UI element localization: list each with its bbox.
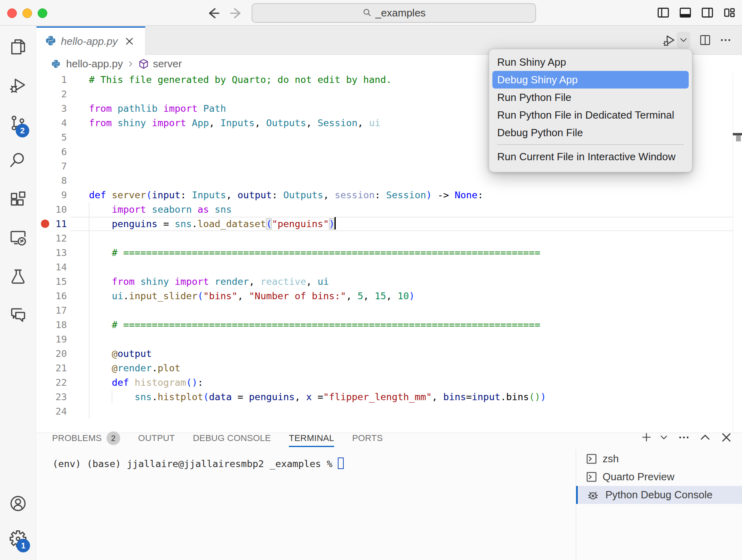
line-content: def histogram(): <box>89 375 203 390</box>
activity-bar-item-manage[interactable]: 1 <box>8 529 28 548</box>
debug-console-icon <box>585 488 601 502</box>
tab-label: hello-app.py <box>61 35 118 48</box>
remote-explorer-icon <box>8 242 28 248</box>
line-content: from shiny import App, Inputs, Outputs, … <box>89 116 380 130</box>
code-line-17[interactable]: 17 <box>36 303 742 318</box>
activity-bar-item-search[interactable] <box>8 151 28 170</box>
menu-item-run-python-file[interactable]: Run Python File <box>492 89 689 106</box>
toggle-panel-icon[interactable] <box>679 6 692 20</box>
symbol-module-icon <box>138 58 149 70</box>
activity-bar-item-testing[interactable] <box>8 266 28 286</box>
terminal-instance-label: Python Debug Console <box>605 489 712 501</box>
python-file-icon <box>51 59 60 68</box>
terminal-launch-chevron-icon[interactable] <box>659 433 668 443</box>
terminal-cursor <box>338 457 344 469</box>
debug-run-button[interactable] <box>661 32 677 48</box>
explorer-icon <box>8 50 28 57</box>
titlebar: _examples <box>0 0 742 26</box>
menu-item-debug-shiny-app[interactable]: Debug Shiny App <box>492 71 689 89</box>
activity-bar-item-account[interactable] <box>8 494 28 513</box>
command-center-search[interactable]: _examples <box>252 3 536 23</box>
testing-icon <box>8 280 28 287</box>
code-line-24[interactable]: 24 <box>36 404 742 419</box>
activity-bar-item-comments[interactable] <box>8 305 28 324</box>
line-number: 23 <box>36 390 67 404</box>
code-line-10[interactable]: 10 import seaborn as sns <box>36 202 742 217</box>
panel-tab-debug-console[interactable]: DEBUG CONSOLE <box>193 433 271 451</box>
code-line-9[interactable]: 9def server(input: Inputs, output: Outpu… <box>36 188 742 202</box>
command-center-text: _examples <box>375 7 426 19</box>
macos-minimize-button[interactable] <box>22 8 32 18</box>
line-number: 18 <box>36 318 67 332</box>
line-number: 2 <box>36 87 67 101</box>
code-line-19[interactable]: 19 <box>36 332 742 346</box>
panel-tab-ports[interactable]: PORTS <box>352 433 383 451</box>
activity-bar-item-source-control[interactable]: 2 <box>8 113 28 133</box>
activity-bar-item-remote-explorer[interactable] <box>8 228 28 247</box>
menu-item-run-shiny-app[interactable]: Run Shiny App <box>492 53 689 71</box>
split-editor-icon[interactable] <box>699 34 711 46</box>
breakpoint-indicator[interactable] <box>41 220 49 228</box>
macos-close-button[interactable] <box>7 8 17 18</box>
line-content: from shiny import render, reactive, ui <box>89 274 329 289</box>
code-line-15[interactable]: 15 from shiny import render, reactive, u… <box>36 274 742 289</box>
toggle-secondary-sidebar-icon[interactable] <box>701 6 714 20</box>
panel-tab-terminal[interactable]: TERMINAL <box>289 433 334 451</box>
code-line-13[interactable]: 13 # ===================================… <box>36 246 742 260</box>
close-panel-icon[interactable] <box>720 431 732 445</box>
history-back-icon[interactable] <box>207 7 221 21</box>
comments-icon <box>8 318 28 325</box>
editor-more-actions-icon[interactable] <box>720 34 732 46</box>
overview-ruler-scroll-mark[interactable] <box>736 135 741 141</box>
tab-hello-app-py[interactable]: hello-app.py <box>36 26 145 55</box>
line-number: 14 <box>36 260 67 274</box>
panel-tab-label: OUTPUT <box>138 433 175 443</box>
customize-layout-icon[interactable] <box>723 6 736 20</box>
terminal-instance-zsh[interactable]: zsh <box>576 450 742 468</box>
menu-item-run-current-file-in-interactive-window[interactable]: Run Current File in Interactive Window <box>492 148 689 165</box>
code-line-8[interactable]: 8 <box>36 173 742 188</box>
activity-bar-item-extensions[interactable] <box>8 189 28 209</box>
code-line-11[interactable]: 11 penguins = sns.load_dataset("penguins… <box>36 217 742 231</box>
panel-more-actions-icon[interactable] <box>678 431 690 445</box>
activity-bar: 21 <box>0 26 36 560</box>
macos-maximize-button[interactable] <box>38 8 47 18</box>
code-line-16[interactable]: 16 ui.input_slider("bins", "Number of bi… <box>36 289 742 303</box>
code-line-12[interactable]: 12 <box>36 231 742 246</box>
activity-badge: 1 <box>16 539 30 552</box>
panel-tab-output[interactable]: OUTPUT <box>138 433 175 451</box>
panel-tab-label: TERMINAL <box>289 433 334 443</box>
code-line-22[interactable]: 22 def histogram(): <box>36 375 742 390</box>
new-terminal-icon[interactable] <box>640 431 653 445</box>
activity-badge: 2 <box>16 124 29 137</box>
line-content: penguins = sns.load_dataset("penguins") <box>89 217 336 231</box>
code-line-18[interactable]: 18 # ===================================… <box>36 318 742 332</box>
extensions-icon <box>8 203 28 210</box>
line-number: 12 <box>36 231 67 246</box>
activity-bar-item-run-and-debug[interactable] <box>8 76 28 95</box>
tab-close-icon[interactable] <box>124 36 135 46</box>
line-content: def server(input: Inputs, output: Output… <box>89 188 483 202</box>
breadcrumb-file[interactable]: hello-app.py <box>66 58 123 70</box>
code-line-20[interactable]: 20 @output <box>36 346 742 361</box>
code-line-21[interactable]: 21 @render.plot <box>36 361 742 375</box>
run-options-chevron-icon[interactable] <box>677 32 690 48</box>
line-number: 16 <box>36 289 67 303</box>
breadcrumb-symbol[interactable]: server <box>153 58 182 70</box>
python-file-icon <box>45 35 56 48</box>
line-number: 13 <box>36 246 67 260</box>
terminal-instance-label: zsh <box>603 453 619 465</box>
activity-bar-item-explorer[interactable] <box>8 36 28 56</box>
history-forward-icon[interactable] <box>228 7 243 21</box>
panel-tab-problems[interactable]: PROBLEMS2 <box>52 433 120 451</box>
code-line-23[interactable]: 23 sns.histplot(data = penguins, x ="fli… <box>36 390 742 404</box>
menu-item-debug-python-file[interactable]: Debug Python File <box>492 124 689 141</box>
line-content: # ======================================… <box>89 318 540 332</box>
code-line-14[interactable]: 14 <box>36 260 742 274</box>
menu-item-run-python-file-in-dedicated-terminal[interactable]: Run Python File in Dedicated Terminal <box>492 106 689 124</box>
toggle-primary-sidebar-icon[interactable] <box>657 6 669 20</box>
maximize-panel-icon[interactable] <box>700 432 711 445</box>
terminal-instance-quarto-preview[interactable]: Quarto Preview <box>576 468 742 486</box>
run-debug-icon <box>8 89 28 96</box>
terminal-instance-python-debug-console[interactable]: Python Debug Console <box>576 486 742 504</box>
